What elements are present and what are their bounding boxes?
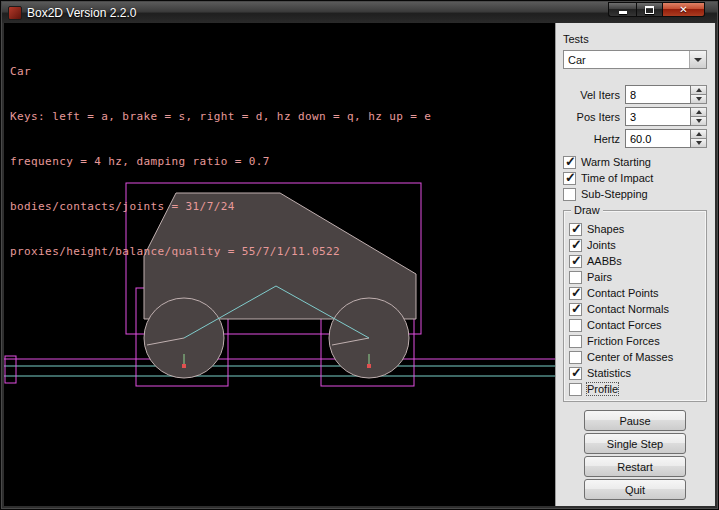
checkbox-center-of-masses[interactable]: Center of Masses [569,349,702,365]
maximize-icon [645,6,654,14]
control-panel: Tests Car Vel Iters Pos Iters [555,23,715,506]
checkbox-label: Warm Starting [581,156,651,168]
checkbox-joints[interactable]: Joints [569,237,702,253]
checkbox-label: Sub-Stepping [581,188,648,200]
checkbox-warm-starting[interactable]: Warm Starting [563,154,707,170]
window-title: Box2D Version 2.2.0 [27,6,136,20]
dropdown-arrow-icon [689,51,706,68]
minimize-button[interactable] [608,2,636,17]
checkbox-box [569,255,582,268]
up-arrow-icon [696,132,702,136]
draw-group-label: Draw [571,204,603,216]
restart-button[interactable]: Restart [584,456,686,477]
checkbox-box [563,156,576,169]
hertz-row: Hertz [563,129,707,148]
draw-group: Draw Shapes Joints AABBs Pairs [563,210,707,402]
hertz-stepper [691,129,707,148]
solver-checkboxes: Warm Starting Time of Impact Sub-Steppin… [563,154,707,202]
window-content: Car Keys: left = a, brake = s, right = d… [4,23,715,506]
checkbox-label: Contact Forces [587,319,662,331]
checkbox-box [569,303,582,316]
aabb-ground-corner [5,356,16,383]
down-arrow-icon [696,119,702,123]
overlay-test-name: Car [10,64,431,79]
hertz-up-button[interactable] [691,129,707,139]
overlay-keys-help: Keys: left = a, brake = s, right = d, hz… [10,109,431,124]
checkbox-friction-forces[interactable]: Friction Forces [569,333,702,349]
tests-dropdown[interactable]: Car [563,50,707,69]
checkbox-box [563,188,576,201]
checkbox-statistics[interactable]: Statistics [569,365,702,381]
checkbox-box [569,351,582,364]
down-arrow-icon [696,141,702,145]
checkbox-contact-forces[interactable]: Contact Forces [569,317,702,333]
checkbox-profile[interactable]: Profile [569,381,702,397]
tests-label: Tests [563,33,707,45]
checkbox-label: Joints [587,239,616,251]
checkbox-aabbs[interactable]: AABBs [569,253,702,269]
checkbox-box [563,172,576,185]
single-step-button[interactable]: Single Step [584,433,686,454]
app-window: Box2D Version 2.2.0 ✕ [0,0,719,510]
ground-lines [4,366,555,376]
stats-overlay: Car Keys: left = a, brake = s, right = d… [10,34,431,289]
hertz-down-button[interactable] [691,139,707,148]
checkbox-label: Statistics [587,367,631,379]
checkbox-label: AABBs [587,255,622,267]
pos-iters-stepper [691,107,707,126]
vel-iters-stepper [691,85,707,104]
up-arrow-icon [696,110,702,114]
caption-buttons: ✕ [608,2,705,17]
checkbox-box [569,223,582,236]
pos-iters-up-button[interactable] [691,107,707,117]
vel-iters-down-button[interactable] [691,95,707,104]
checkbox-contact-points[interactable]: Contact Points [569,285,702,301]
vel-iters-label: Vel Iters [563,89,620,101]
checkbox-label: Contact Points [587,287,659,299]
overlay-body-stats: bodies/contacts/joints = 31/7/24 [10,199,431,214]
pos-iters-down-button[interactable] [691,117,707,126]
pos-iters-label: Pos Iters [563,111,620,123]
hertz-input[interactable] [625,129,691,148]
checkbox-pairs[interactable]: Pairs [569,269,702,285]
checkbox-label: Time of Impact [581,172,653,184]
checkbox-box [569,383,582,396]
quit-button[interactable]: Quit [584,479,686,500]
vel-iters-up-button[interactable] [691,85,707,95]
close-icon: ✕ [679,5,687,15]
hertz-label: Hertz [563,133,620,145]
down-arrow-icon [696,97,702,101]
checkbox-label: Friction Forces [587,335,660,347]
tests-dropdown-value: Car [564,51,689,68]
pos-iters-row: Pos Iters [563,107,707,126]
up-arrow-icon [696,88,702,92]
checkbox-box [569,335,582,348]
checkbox-label: Pairs [587,271,612,283]
checkbox-sub-stepping[interactable]: Sub-Stepping [563,186,707,202]
maximize-button[interactable] [636,2,663,17]
checkbox-label: Profile [587,383,618,395]
overlay-frequency: frequency = 4 hz, damping ratio = 0.7 [10,154,431,169]
checkbox-box [569,367,582,380]
close-button[interactable]: ✕ [663,2,705,17]
overlay-proxy-stats: proxies/height/balance/quality = 55/7/1/… [10,244,431,259]
simulation-canvas[interactable]: Car Keys: left = a, brake = s, right = d… [4,23,555,506]
checkbox-label: Contact Normals [587,303,669,315]
checkbox-contact-normals[interactable]: Contact Normals [569,301,702,317]
checkbox-shapes[interactable]: Shapes [569,221,702,237]
checkbox-label: Shapes [587,223,624,235]
checkbox-box [569,319,582,332]
pos-iters-input[interactable] [625,107,691,126]
vel-iters-row: Vel Iters [563,85,707,104]
checkbox-box [569,287,582,300]
checkbox-box [569,271,582,284]
minimize-icon [619,11,627,14]
checkbox-box [569,239,582,252]
checkbox-time-of-impact[interactable]: Time of Impact [563,170,707,186]
vel-iters-input[interactable] [625,85,691,104]
titlebar[interactable]: Box2D Version 2.2.0 ✕ [2,2,717,23]
action-buttons: Pause Single Step Restart Quit [563,410,707,502]
pause-button[interactable]: Pause [584,410,686,431]
checkbox-label: Center of Masses [587,351,673,363]
app-icon [8,6,22,20]
